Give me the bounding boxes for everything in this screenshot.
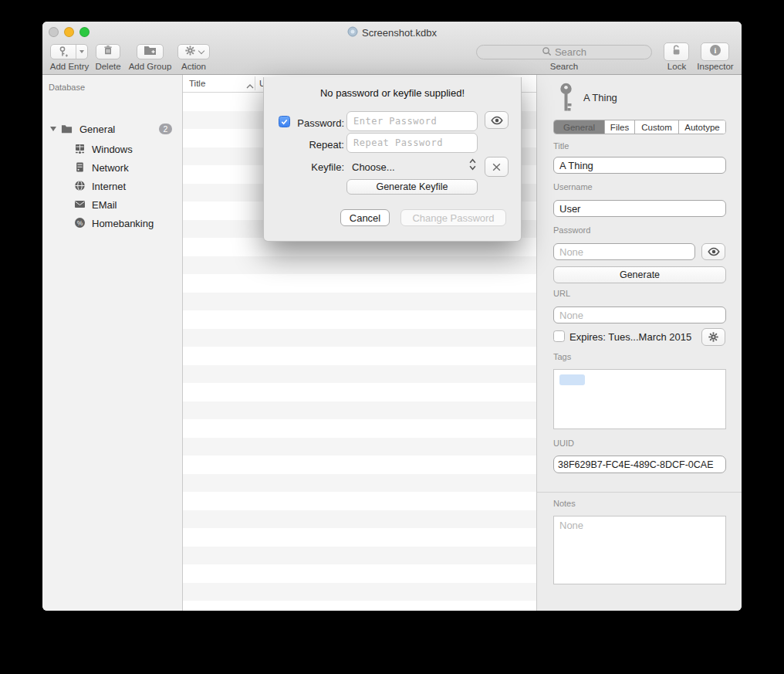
windows-icon (74, 143, 86, 154)
lock-open-icon (671, 44, 682, 59)
action-label: Action (174, 62, 213, 71)
username-label: Username (553, 182, 593, 191)
generate-keyfile-button[interactable]: Generate Keyfile (346, 179, 478, 195)
delete-button[interactable] (96, 44, 120, 59)
eye-icon (490, 116, 504, 125)
gear-icon (184, 45, 196, 59)
keyfile-field-label: Keyfile: (264, 161, 344, 173)
title-field[interactable] (553, 157, 726, 174)
folder-icon (61, 124, 73, 135)
group-label: Network (92, 162, 129, 174)
change-password-sheet: No password or keyfile supplied! Passwor… (263, 77, 522, 242)
key-plus-icon (51, 45, 76, 59)
reveal-password-button[interactable] (485, 111, 509, 129)
entry-title: A Thing (583, 92, 617, 103)
sidebar-item-general[interactable]: General 2 (42, 120, 182, 138)
url-label: URL (553, 289, 570, 298)
entry-count-badge: 2 (159, 124, 172, 134)
group-label: Windows (92, 144, 133, 155)
password-label: Password (553, 225, 590, 235)
sidebar-item-network[interactable]: Network (42, 158, 182, 177)
close-icon (492, 162, 502, 172)
uuid-label: UUID (553, 439, 574, 448)
title-label: Title (553, 141, 569, 151)
url-field[interactable] (553, 307, 726, 323)
tag-chip[interactable] (559, 374, 585, 385)
sheet-message: No password or keyfile supplied! (264, 87, 521, 99)
keyfile-select[interactable]: Choose... (352, 161, 395, 173)
stepper-icon[interactable] (469, 157, 476, 174)
inspector-button[interactable]: i (701, 42, 729, 61)
inspector-panel: A Thing General Files Custom Autotype Ti… (536, 75, 742, 611)
notes-label: Notes (553, 499, 576, 508)
sidebar-item-homebanking[interactable]: % Homebanking (42, 214, 182, 232)
lock-button[interactable] (664, 42, 689, 61)
expires-label: Expires: Tues...March 2015 (569, 331, 691, 343)
disclosure-triangle-icon[interactable] (50, 127, 56, 131)
folder-plus-icon (144, 45, 157, 59)
caret-down-icon (79, 50, 84, 53)
section-divider (537, 492, 742, 493)
trash-icon (103, 45, 113, 59)
gear-icon (708, 331, 719, 343)
password-field-label: Password: (264, 117, 344, 129)
sidebar: Database General 2 Windows Network (42, 75, 183, 611)
add-group-label: Add Group (124, 62, 176, 71)
search-icon (542, 46, 552, 59)
tab-general[interactable]: General (554, 120, 605, 134)
add-entry-button[interactable] (50, 44, 88, 59)
column-header-title[interactable]: Title (189, 79, 205, 88)
group-label: General (79, 124, 115, 135)
cancel-button[interactable]: Cancel (340, 209, 390, 226)
tab-custom[interactable]: Custom (635, 120, 679, 134)
tab-files[interactable]: Files (605, 120, 635, 134)
repeat-password-input[interactable] (346, 133, 478, 153)
sort-ascending-icon (246, 81, 254, 90)
sidebar-header: Database (49, 83, 85, 92)
svg-text:%: % (77, 219, 83, 227)
key-icon (557, 83, 575, 117)
svg-text:i: i (714, 46, 716, 55)
window-title: Screenshot.kdbx (362, 27, 437, 39)
group-label: Internet (92, 181, 126, 192)
action-button[interactable] (177, 44, 210, 59)
inspector-tabs: General Files Custom Autotype (553, 120, 726, 134)
group-label: EMail (92, 199, 117, 211)
add-entry-label: Add Entry (46, 62, 93, 71)
add-entry-dropdown[interactable] (76, 45, 87, 59)
add-group-button[interactable] (137, 44, 164, 59)
column-divider[interactable] (255, 76, 255, 90)
email-icon (74, 198, 86, 210)
sidebar-item-windows[interactable]: Windows (42, 140, 182, 158)
network-icon (74, 161, 86, 173)
change-password-button[interactable]: Change Password (400, 209, 506, 226)
reveal-password-button[interactable] (701, 243, 725, 260)
internet-icon (74, 180, 86, 191)
sidebar-item-internet[interactable]: Internet (42, 177, 182, 195)
sidebar-item-email[interactable]: EMail (42, 195, 182, 214)
search-label: Search (476, 62, 652, 71)
expires-settings-button[interactable] (701, 328, 725, 346)
inspector-label: Inspector (691, 62, 739, 71)
info-icon: i (709, 44, 721, 59)
uuid-field[interactable] (553, 456, 726, 473)
tags-field[interactable] (553, 369, 726, 429)
group-label: Homebanking (92, 218, 154, 229)
username-field[interactable] (553, 200, 726, 217)
password-field[interactable] (553, 243, 695, 260)
repeat-field-label: Repeat: (264, 139, 344, 151)
password-input[interactable] (346, 111, 478, 131)
chevron-down-icon (198, 47, 204, 53)
document-icon (347, 26, 358, 39)
eye-icon (707, 247, 721, 256)
homebanking-icon: % (74, 217, 86, 229)
delete-label: Delete (88, 62, 128, 71)
window-header: Screenshot.kdbx Add Entry Delete Add Gro… (42, 22, 742, 75)
clear-keyfile-button[interactable] (485, 157, 509, 177)
expires-checkbox[interactable] (553, 330, 565, 342)
notes-field[interactable] (553, 516, 726, 584)
search-input[interactable]: Search (476, 45, 652, 59)
tab-autotype[interactable]: Autotype (679, 120, 725, 134)
tags-label: Tags (553, 352, 571, 361)
generate-password-button[interactable]: Generate (553, 266, 726, 283)
